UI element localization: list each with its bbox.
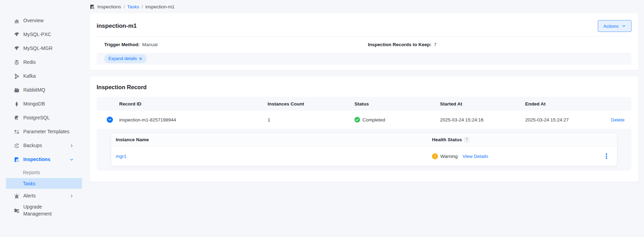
sidebar-item-reports[interactable]: Reports bbox=[0, 167, 82, 178]
breadcrumb-item: Inspections bbox=[97, 4, 121, 9]
sidebar-item-label: MongoDB bbox=[23, 101, 74, 108]
ended-at-cell: 2025-03-24 15:24:27 bbox=[525, 117, 611, 122]
sidebar-item-mysql-mgr[interactable]: MySQL-MGR bbox=[0, 42, 82, 56]
sidebar-item-label: MySQL-PXC bbox=[23, 31, 74, 38]
warning-icon bbox=[432, 153, 438, 159]
expand-details-button[interactable]: Expand details bbox=[104, 54, 147, 63]
sidebar-item-label: Overview bbox=[23, 17, 74, 24]
column-header-health-status: Health Status ? bbox=[432, 137, 596, 142]
row-more-actions-button[interactable] bbox=[604, 152, 609, 160]
parameter-templates-icon bbox=[14, 129, 19, 135]
mysql-dolphin-icon bbox=[14, 46, 19, 51]
sidebar-item-label: Inspections bbox=[23, 156, 70, 163]
column-header-instance-name: Instance Name bbox=[116, 137, 432, 142]
sidebar-item-parameter-templates[interactable]: Parameter Templates bbox=[0, 125, 82, 139]
started-at-cell: 2025-03-24 15:24:16 bbox=[440, 117, 525, 122]
health-status-cell: Warning View Details bbox=[432, 153, 596, 159]
instance-table-header: Instance Name Health Status ? bbox=[111, 133, 617, 146]
breadcrumb-separator: / bbox=[142, 4, 143, 9]
help-question-icon[interactable]: ? bbox=[464, 137, 469, 142]
sidebar-item-backups[interactable]: Backups bbox=[0, 139, 82, 153]
success-check-icon bbox=[354, 117, 360, 122]
field-label: Inspection Records to Keep: bbox=[368, 42, 432, 47]
view-details-link[interactable]: View Details bbox=[463, 154, 488, 159]
record-id-cell: inspection-m1-8257198944 bbox=[113, 117, 268, 122]
sidebar-item-label: Parameter Templates bbox=[23, 128, 74, 135]
chevron-down-icon bbox=[70, 158, 74, 162]
field-records-to-keep: Inspection Records to Keep:7 bbox=[368, 42, 632, 47]
sidebar-item-mongodb[interactable]: MongoDB bbox=[0, 97, 82, 111]
task-detail-card: inspection-m1 Actions Trigger Method:Man… bbox=[90, 13, 638, 70]
sidebar: Overview MySQL-PXC MySQL-MGR Redis Kafka… bbox=[0, 0, 82, 237]
sidebar-item-label: Redis bbox=[23, 59, 74, 66]
inspections-icon bbox=[90, 4, 95, 9]
chevron-down-icon bbox=[108, 118, 112, 121]
sidebar-item-label: PostgreSQL bbox=[23, 115, 74, 121]
status-cell: Completed bbox=[354, 117, 440, 122]
bar-chart-icon bbox=[14, 18, 19, 24]
sidebar-item-label: Reports bbox=[23, 170, 40, 175]
record-table: Record ID Instances Count Status Started… bbox=[97, 97, 631, 171]
breadcrumb-separator: / bbox=[123, 4, 125, 9]
sidebar-item-redis[interactable]: Redis bbox=[0, 56, 82, 69]
expanded-row-panel: Instance Name Health Status ? mgr1 Warni… bbox=[97, 129, 631, 171]
breadcrumb-link-tasks[interactable]: Tasks bbox=[127, 4, 139, 9]
instance-row: mgr1 Warning View Details bbox=[111, 146, 617, 166]
field-label: Trigger Method: bbox=[104, 42, 140, 47]
sidebar-item-postgresql[interactable]: PostgreSQL bbox=[0, 111, 82, 125]
record-table-header: Record ID Instances Count Status Started… bbox=[97, 97, 631, 111]
column-header-status: Status bbox=[354, 101, 440, 107]
main-content: Inspections / Tasks / inspection-m1 insp… bbox=[82, 0, 644, 237]
breadcrumb: Inspections / Tasks / inspection-m1 bbox=[90, 0, 638, 13]
field-value: 7 bbox=[434, 42, 437, 47]
sidebar-item-kafka[interactable]: Kafka bbox=[0, 69, 82, 83]
rabbitmq-icon bbox=[14, 87, 19, 93]
backups-icon bbox=[14, 143, 19, 149]
sidebar-item-label: RabbitMQ bbox=[23, 87, 74, 94]
mysql-dolphin-icon bbox=[14, 32, 19, 37]
column-header-ended-at: Ended At bbox=[525, 101, 611, 107]
chevron-right-icon bbox=[70, 194, 74, 198]
mongodb-leaf-icon bbox=[14, 101, 19, 107]
actions-button-label: Actions bbox=[603, 24, 619, 29]
field-trigger-method: Trigger Method:Manual bbox=[104, 42, 368, 47]
actions-button[interactable]: Actions bbox=[598, 20, 631, 32]
column-header-record-id: Record ID bbox=[113, 101, 268, 107]
field-value: Manual bbox=[142, 42, 157, 47]
sidebar-item-tasks[interactable]: Tasks bbox=[6, 178, 82, 189]
sidebar-item-label: Alerts bbox=[23, 193, 70, 200]
double-chevron-down-icon bbox=[139, 57, 142, 61]
alerts-icon bbox=[14, 193, 19, 199]
instance-name-link[interactable]: mgr1 bbox=[116, 154, 432, 159]
sidebar-item-overview[interactable]: Overview bbox=[0, 14, 82, 28]
section-title: Inspection Record bbox=[97, 84, 631, 91]
page-title: inspection-m1 bbox=[97, 23, 137, 29]
column-header-instances-count: Instances Count bbox=[268, 101, 354, 107]
sidebar-item-label: MySQL-MGR bbox=[23, 45, 74, 52]
sidebar-item-alerts[interactable]: Alerts bbox=[0, 189, 82, 203]
breadcrumb-item-current: inspection-m1 bbox=[145, 4, 174, 9]
inspections-icon bbox=[14, 157, 19, 162]
expand-details-band: Expand details bbox=[97, 53, 631, 65]
delete-link[interactable]: Delete bbox=[611, 117, 631, 122]
sidebar-item-label: Backups bbox=[23, 142, 70, 149]
expand-details-label: Expand details bbox=[108, 56, 137, 61]
upgrade-management-icon bbox=[14, 208, 19, 213]
chevron-right-icon bbox=[70, 144, 74, 148]
status-text: Completed bbox=[362, 117, 385, 122]
sidebar-item-label: Upgrade Management bbox=[23, 204, 74, 217]
sidebar-item-upgrade-management[interactable]: Upgrade Management bbox=[0, 203, 82, 218]
column-header-started-at: Started At bbox=[440, 101, 525, 107]
kafka-icon bbox=[14, 74, 19, 79]
collapse-row-button[interactable] bbox=[107, 117, 113, 123]
sidebar-item-label: Tasks bbox=[23, 181, 35, 186]
instances-count-cell: 1 bbox=[268, 117, 354, 122]
chevron-down-icon bbox=[622, 24, 626, 28]
postgresql-icon bbox=[14, 115, 19, 121]
health-status-text: Warning bbox=[440, 154, 458, 159]
instance-table: Instance Name Health Status ? mgr1 Warni… bbox=[111, 133, 617, 166]
sidebar-item-mysql-pxc[interactable]: MySQL-PXC bbox=[0, 28, 82, 42]
sidebar-item-rabbitmq[interactable]: RabbitMQ bbox=[0, 83, 82, 97]
sidebar-item-inspections[interactable]: Inspections bbox=[0, 153, 82, 167]
table-row: inspection-m1-8257198944 1 Completed 202… bbox=[97, 111, 631, 129]
